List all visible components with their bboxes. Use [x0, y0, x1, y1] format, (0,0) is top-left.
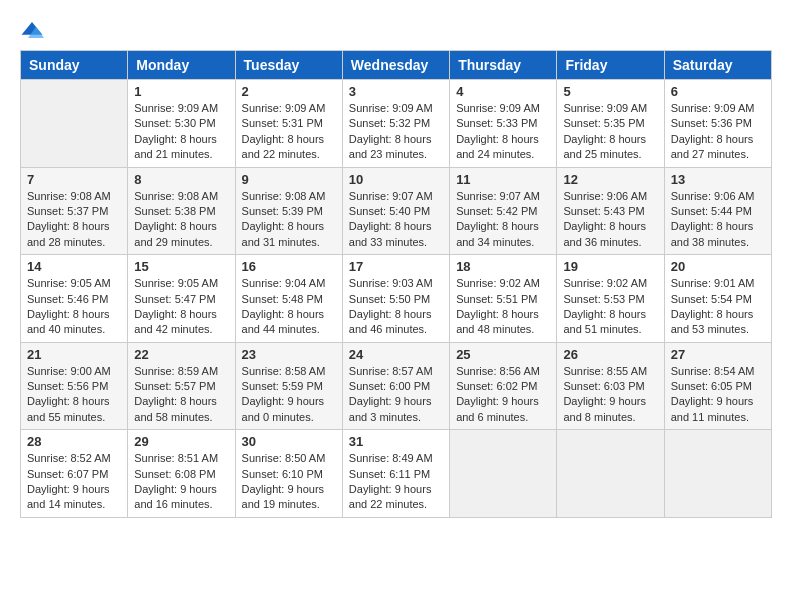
day-header-friday: Friday — [557, 51, 664, 80]
calendar-cell: 10Sunrise: 9:07 AMSunset: 5:40 PMDayligh… — [342, 167, 449, 255]
day-detail: Sunrise: 9:01 AMSunset: 5:54 PMDaylight:… — [671, 276, 765, 338]
day-number: 25 — [456, 347, 550, 362]
calendar-cell: 24Sunrise: 8:57 AMSunset: 6:00 PMDayligh… — [342, 342, 449, 430]
day-number: 4 — [456, 84, 550, 99]
day-detail: Sunrise: 9:05 AMSunset: 5:46 PMDaylight:… — [27, 276, 121, 338]
calendar-cell: 28Sunrise: 8:52 AMSunset: 6:07 PMDayligh… — [21, 430, 128, 518]
calendar-cell: 31Sunrise: 8:49 AMSunset: 6:11 PMDayligh… — [342, 430, 449, 518]
week-row-5: 28Sunrise: 8:52 AMSunset: 6:07 PMDayligh… — [21, 430, 772, 518]
header-row: SundayMondayTuesdayWednesdayThursdayFrid… — [21, 51, 772, 80]
day-number: 21 — [27, 347, 121, 362]
day-number: 9 — [242, 172, 336, 187]
day-number: 28 — [27, 434, 121, 449]
day-detail: Sunrise: 8:50 AMSunset: 6:10 PMDaylight:… — [242, 451, 336, 513]
day-number: 12 — [563, 172, 657, 187]
calendar-cell: 19Sunrise: 9:02 AMSunset: 5:53 PMDayligh… — [557, 255, 664, 343]
day-number: 16 — [242, 259, 336, 274]
day-number: 22 — [134, 347, 228, 362]
day-number: 10 — [349, 172, 443, 187]
day-number: 18 — [456, 259, 550, 274]
calendar-cell: 13Sunrise: 9:06 AMSunset: 5:44 PMDayligh… — [664, 167, 771, 255]
day-header-tuesday: Tuesday — [235, 51, 342, 80]
day-number: 7 — [27, 172, 121, 187]
calendar-cell: 8Sunrise: 9:08 AMSunset: 5:38 PMDaylight… — [128, 167, 235, 255]
calendar-cell: 23Sunrise: 8:58 AMSunset: 5:59 PMDayligh… — [235, 342, 342, 430]
day-number: 5 — [563, 84, 657, 99]
day-detail: Sunrise: 9:09 AMSunset: 5:32 PMDaylight:… — [349, 101, 443, 163]
logo — [20, 20, 48, 40]
day-detail: Sunrise: 8:57 AMSunset: 6:00 PMDaylight:… — [349, 364, 443, 426]
calendar-cell: 5Sunrise: 9:09 AMSunset: 5:35 PMDaylight… — [557, 80, 664, 168]
calendar-cell — [664, 430, 771, 518]
day-detail: Sunrise: 9:09 AMSunset: 5:35 PMDaylight:… — [563, 101, 657, 163]
calendar-cell: 6Sunrise: 9:09 AMSunset: 5:36 PMDaylight… — [664, 80, 771, 168]
day-number: 6 — [671, 84, 765, 99]
day-detail: Sunrise: 8:58 AMSunset: 5:59 PMDaylight:… — [242, 364, 336, 426]
calendar-cell: 27Sunrise: 8:54 AMSunset: 6:05 PMDayligh… — [664, 342, 771, 430]
day-detail: Sunrise: 8:59 AMSunset: 5:57 PMDaylight:… — [134, 364, 228, 426]
day-detail: Sunrise: 9:06 AMSunset: 5:44 PMDaylight:… — [671, 189, 765, 251]
day-detail: Sunrise: 9:03 AMSunset: 5:50 PMDaylight:… — [349, 276, 443, 338]
calendar-cell: 12Sunrise: 9:06 AMSunset: 5:43 PMDayligh… — [557, 167, 664, 255]
calendar-table: SundayMondayTuesdayWednesdayThursdayFrid… — [20, 50, 772, 518]
day-detail: Sunrise: 8:55 AMSunset: 6:03 PMDaylight:… — [563, 364, 657, 426]
day-detail: Sunrise: 9:07 AMSunset: 5:42 PMDaylight:… — [456, 189, 550, 251]
day-detail: Sunrise: 9:06 AMSunset: 5:43 PMDaylight:… — [563, 189, 657, 251]
calendar-cell: 9Sunrise: 9:08 AMSunset: 5:39 PMDaylight… — [235, 167, 342, 255]
day-number: 29 — [134, 434, 228, 449]
day-detail: Sunrise: 9:09 AMSunset: 5:30 PMDaylight:… — [134, 101, 228, 163]
day-number: 19 — [563, 259, 657, 274]
day-detail: Sunrise: 9:07 AMSunset: 5:40 PMDaylight:… — [349, 189, 443, 251]
week-row-3: 14Sunrise: 9:05 AMSunset: 5:46 PMDayligh… — [21, 255, 772, 343]
week-row-4: 21Sunrise: 9:00 AMSunset: 5:56 PMDayligh… — [21, 342, 772, 430]
day-detail: Sunrise: 8:51 AMSunset: 6:08 PMDaylight:… — [134, 451, 228, 513]
day-detail: Sunrise: 9:08 AMSunset: 5:37 PMDaylight:… — [27, 189, 121, 251]
day-detail: Sunrise: 9:02 AMSunset: 5:51 PMDaylight:… — [456, 276, 550, 338]
calendar-cell: 22Sunrise: 8:59 AMSunset: 5:57 PMDayligh… — [128, 342, 235, 430]
calendar-cell: 14Sunrise: 9:05 AMSunset: 5:46 PMDayligh… — [21, 255, 128, 343]
day-number: 2 — [242, 84, 336, 99]
day-detail: Sunrise: 9:05 AMSunset: 5:47 PMDaylight:… — [134, 276, 228, 338]
day-header-sunday: Sunday — [21, 51, 128, 80]
day-detail: Sunrise: 9:00 AMSunset: 5:56 PMDaylight:… — [27, 364, 121, 426]
calendar-cell: 7Sunrise: 9:08 AMSunset: 5:37 PMDaylight… — [21, 167, 128, 255]
calendar-cell: 25Sunrise: 8:56 AMSunset: 6:02 PMDayligh… — [450, 342, 557, 430]
calendar-cell — [21, 80, 128, 168]
day-detail: Sunrise: 9:09 AMSunset: 5:36 PMDaylight:… — [671, 101, 765, 163]
calendar-cell: 29Sunrise: 8:51 AMSunset: 6:08 PMDayligh… — [128, 430, 235, 518]
day-detail: Sunrise: 9:09 AMSunset: 5:33 PMDaylight:… — [456, 101, 550, 163]
day-number: 31 — [349, 434, 443, 449]
calendar-cell: 21Sunrise: 9:00 AMSunset: 5:56 PMDayligh… — [21, 342, 128, 430]
day-number: 8 — [134, 172, 228, 187]
calendar-cell: 30Sunrise: 8:50 AMSunset: 6:10 PMDayligh… — [235, 430, 342, 518]
calendar-cell: 16Sunrise: 9:04 AMSunset: 5:48 PMDayligh… — [235, 255, 342, 343]
day-detail: Sunrise: 9:08 AMSunset: 5:38 PMDaylight:… — [134, 189, 228, 251]
calendar-cell: 11Sunrise: 9:07 AMSunset: 5:42 PMDayligh… — [450, 167, 557, 255]
day-header-thursday: Thursday — [450, 51, 557, 80]
calendar-cell: 26Sunrise: 8:55 AMSunset: 6:03 PMDayligh… — [557, 342, 664, 430]
day-number: 30 — [242, 434, 336, 449]
day-header-saturday: Saturday — [664, 51, 771, 80]
day-number: 24 — [349, 347, 443, 362]
day-number: 1 — [134, 84, 228, 99]
calendar-cell: 15Sunrise: 9:05 AMSunset: 5:47 PMDayligh… — [128, 255, 235, 343]
day-number: 27 — [671, 347, 765, 362]
calendar-cell: 3Sunrise: 9:09 AMSunset: 5:32 PMDaylight… — [342, 80, 449, 168]
calendar-cell: 18Sunrise: 9:02 AMSunset: 5:51 PMDayligh… — [450, 255, 557, 343]
day-number: 20 — [671, 259, 765, 274]
calendar-cell — [557, 430, 664, 518]
logo-icon — [20, 20, 44, 40]
calendar-cell: 20Sunrise: 9:01 AMSunset: 5:54 PMDayligh… — [664, 255, 771, 343]
day-header-wednesday: Wednesday — [342, 51, 449, 80]
day-number: 13 — [671, 172, 765, 187]
week-row-2: 7Sunrise: 9:08 AMSunset: 5:37 PMDaylight… — [21, 167, 772, 255]
day-number: 26 — [563, 347, 657, 362]
calendar-cell: 1Sunrise: 9:09 AMSunset: 5:30 PMDaylight… — [128, 80, 235, 168]
calendar-cell: 2Sunrise: 9:09 AMSunset: 5:31 PMDaylight… — [235, 80, 342, 168]
day-detail: Sunrise: 8:56 AMSunset: 6:02 PMDaylight:… — [456, 364, 550, 426]
week-row-1: 1Sunrise: 9:09 AMSunset: 5:30 PMDaylight… — [21, 80, 772, 168]
day-detail: Sunrise: 9:04 AMSunset: 5:48 PMDaylight:… — [242, 276, 336, 338]
day-detail: Sunrise: 9:09 AMSunset: 5:31 PMDaylight:… — [242, 101, 336, 163]
day-number: 23 — [242, 347, 336, 362]
day-number: 11 — [456, 172, 550, 187]
